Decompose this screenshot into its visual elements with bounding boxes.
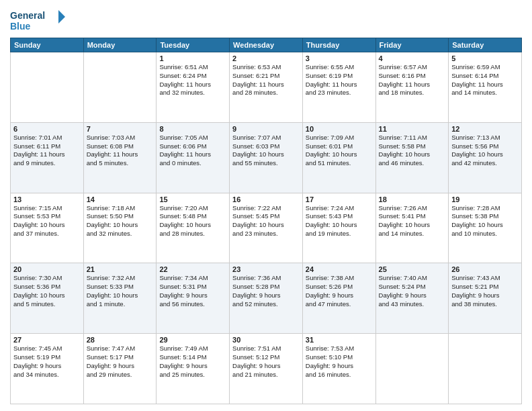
calendar-cell: 6Sunrise: 7:01 AMSunset: 6:11 PMDaylight…	[11, 122, 84, 193]
day-info-line: Daylight: 11 hours	[379, 81, 446, 89]
col-friday: Friday	[375, 38, 449, 52]
day-info-line: Sunset: 5:58 PM	[379, 142, 446, 151]
day-info-line: Daylight: 9 hours	[159, 362, 226, 371]
calendar-week-row: 13Sunrise: 7:15 AMSunset: 5:53 PMDayligh…	[11, 193, 522, 263]
day-info-line: Sunrise: 6:51 AM	[159, 63, 226, 72]
day-info-line: Sunrise: 6:59 AM	[451, 63, 519, 72]
day-info-line: Sunset: 5:31 PM	[159, 283, 226, 291]
day-info-line: Daylight: 9 hours	[159, 291, 226, 300]
day-info-line: and 10 minutes.	[451, 230, 519, 238]
day-number: 22	[159, 265, 226, 273]
day-info-line: Daylight: 9 hours	[379, 291, 446, 300]
day-info-line: Sunset: 5:53 PM	[13, 212, 81, 221]
day-number: 21	[87, 265, 154, 273]
day-info-line: Sunrise: 7:05 AM	[159, 134, 226, 142]
day-number: 18	[379, 195, 446, 203]
day-number: 15	[159, 195, 226, 203]
day-info-line: Sunrise: 7:26 AM	[379, 204, 446, 213]
calendar-cell: 10Sunrise: 7:09 AMSunset: 6:01 PMDayligh…	[302, 122, 375, 193]
day-info-line: Sunset: 6:08 PM	[87, 142, 154, 151]
day-number: 6	[13, 125, 81, 133]
day-number: 11	[379, 125, 446, 133]
day-info-line: Sunset: 5:50 PM	[87, 212, 154, 221]
day-info-line: Sunrise: 7:45 AM	[13, 345, 81, 353]
day-number: 19	[451, 195, 519, 203]
calendar-cell: 27Sunrise: 7:45 AMSunset: 5:19 PMDayligh…	[11, 334, 84, 404]
day-info-line: Sunset: 5:56 PM	[451, 142, 519, 151]
svg-text:Blue: Blue	[10, 21, 31, 32]
col-sunday: Sunday	[11, 38, 84, 52]
col-wednesday: Wednesday	[230, 38, 303, 52]
day-info-line: Sunset: 5:19 PM	[13, 353, 81, 362]
day-info-line: Sunset: 6:24 PM	[159, 72, 226, 81]
day-number: 28	[87, 336, 154, 344]
day-info-line: Daylight: 9 hours	[306, 362, 373, 371]
day-info-line: and 52 minutes.	[232, 300, 300, 309]
col-monday: Monday	[83, 38, 157, 52]
day-info-line: Daylight: 9 hours	[87, 362, 154, 371]
calendar-cell: 4Sunrise: 6:57 AMSunset: 6:16 PMDaylight…	[375, 52, 449, 123]
day-info-line: Sunset: 5:41 PM	[379, 212, 446, 221]
day-number: 24	[306, 265, 373, 273]
day-info-line: and 14 minutes.	[451, 89, 519, 97]
calendar-cell	[449, 334, 522, 404]
day-info-line: Sunset: 5:10 PM	[306, 353, 373, 362]
day-info-line: Daylight: 10 hours	[379, 150, 446, 159]
logo: General Blue	[10, 7, 71, 34]
day-info-line: Daylight: 10 hours	[13, 221, 81, 230]
day-info-line: Daylight: 9 hours	[232, 362, 300, 371]
page: General Blue Sunday Monday Tuesday Wedne…	[0, 0, 532, 411]
day-info-line: Daylight: 10 hours	[232, 221, 300, 230]
calendar-table: Sunday Monday Tuesday Wednesday Thursday…	[10, 38, 522, 404]
day-info-line: Sunrise: 7:07 AM	[232, 134, 300, 142]
day-info-line: Daylight: 11 hours	[87, 150, 154, 159]
calendar-cell: 3Sunrise: 6:55 AMSunset: 6:19 PMDaylight…	[302, 52, 375, 123]
calendar-cell	[83, 52, 157, 123]
day-info-line: Sunset: 6:01 PM	[306, 142, 373, 151]
day-info-line: and 18 minutes.	[379, 89, 446, 97]
calendar-cell: 25Sunrise: 7:40 AMSunset: 5:24 PMDayligh…	[375, 263, 449, 334]
day-info-line: and 42 minutes.	[451, 159, 519, 168]
day-info-line: Sunset: 6:14 PM	[451, 72, 519, 81]
calendar-cell: 9Sunrise: 7:07 AMSunset: 6:03 PMDaylight…	[230, 122, 303, 193]
calendar-cell: 14Sunrise: 7:18 AMSunset: 5:50 PMDayligh…	[83, 193, 157, 263]
day-info-line: Daylight: 9 hours	[306, 291, 373, 300]
calendar-cell	[11, 52, 84, 123]
day-info-line: Sunset: 5:28 PM	[232, 283, 300, 291]
day-info-line: Daylight: 11 hours	[306, 81, 373, 89]
calendar-cell: 19Sunrise: 7:28 AMSunset: 5:38 PMDayligh…	[449, 193, 522, 263]
svg-text:General: General	[10, 10, 45, 21]
day-info-line: Sunrise: 7:01 AM	[13, 134, 81, 142]
day-number: 1	[159, 54, 226, 62]
day-info-line: Daylight: 10 hours	[451, 221, 519, 230]
day-info-line: Sunrise: 6:55 AM	[306, 63, 373, 72]
day-info-line: and 16 minutes.	[306, 371, 373, 379]
calendar-week-row: 27Sunrise: 7:45 AMSunset: 5:19 PMDayligh…	[11, 334, 522, 404]
day-info-line: Sunset: 5:45 PM	[232, 212, 300, 221]
day-info-line: and 1 minute.	[87, 300, 154, 309]
day-info-line: and 19 minutes.	[306, 230, 373, 238]
day-info-line: and 29 minutes.	[87, 371, 154, 379]
day-number: 23	[232, 265, 300, 273]
day-info-line: and 9 minutes.	[13, 159, 81, 168]
day-info-line: Sunrise: 7:38 AM	[306, 274, 373, 283]
day-number: 26	[451, 265, 519, 273]
day-info-line: and 55 minutes.	[232, 159, 300, 168]
day-info-line: Daylight: 9 hours	[232, 291, 300, 300]
day-info-line: and 43 minutes.	[379, 300, 446, 309]
day-info-line: Sunset: 6:11 PM	[13, 142, 81, 151]
day-info-line: Daylight: 10 hours	[87, 221, 154, 230]
day-info-line: and 25 minutes.	[159, 371, 226, 379]
day-number: 25	[379, 265, 446, 273]
day-info-line: Sunset: 5:38 PM	[451, 212, 519, 221]
day-info-line: Sunrise: 7:22 AM	[232, 204, 300, 213]
day-info-line: Sunset: 6:21 PM	[232, 72, 300, 81]
day-info-line: Daylight: 11 hours	[159, 81, 226, 89]
logo-svg: General Blue	[10, 7, 71, 34]
day-info-line: Sunset: 5:17 PM	[87, 353, 154, 362]
day-info-line: and 51 minutes.	[306, 159, 373, 168]
day-info-line: and 5 minutes.	[13, 300, 81, 309]
day-number: 5	[451, 54, 519, 62]
day-info-line: Sunset: 6:19 PM	[306, 72, 373, 81]
day-number: 7	[87, 125, 154, 133]
